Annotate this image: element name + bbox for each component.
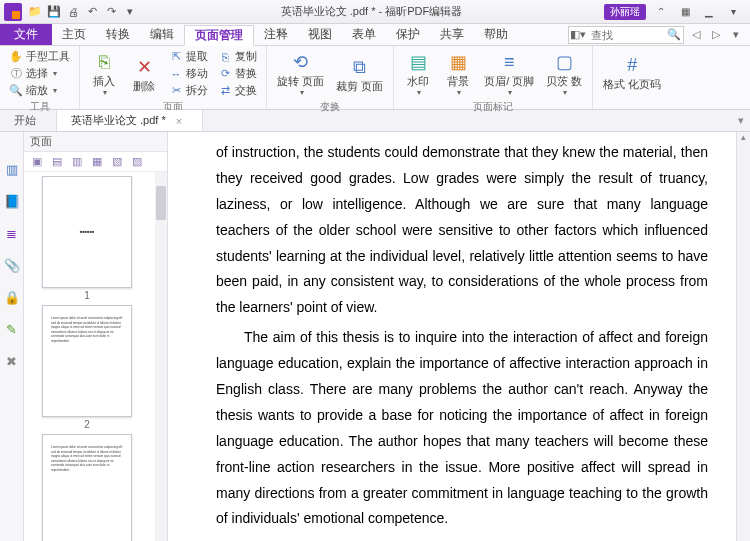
watermark-button[interactable]: ▤水印▾ — [400, 48, 436, 99]
search-box[interactable]: ◧▾ 🔍 — [568, 26, 684, 44]
nav-next-icon[interactable]: ▷ — [708, 28, 724, 41]
zoom-icon: 🔍 — [9, 84, 23, 98]
rotate-page-button[interactable]: ⟲旋转 页面▾ — [273, 48, 328, 99]
tab-view[interactable]: 视图 — [298, 24, 342, 45]
swap-button[interactable]: ⇄交换 — [215, 82, 260, 99]
sidebar-title: 页面 — [24, 132, 167, 152]
app-logo — [4, 3, 22, 21]
move-icon: ↔ — [169, 67, 183, 81]
insert-page-button[interactable]: ⎘插入▾ — [86, 48, 122, 99]
document-paragraph: of instruction, the students could demon… — [216, 140, 708, 321]
zoom-tool-button[interactable]: 🔍缩放▾ — [6, 82, 73, 99]
swap-icon: ⇄ — [218, 84, 232, 98]
watermark-icon: ▤ — [406, 50, 430, 74]
bates-icon: ▢ — [552, 50, 576, 74]
minimize-icon[interactable]: ▁ — [698, 4, 720, 20]
document-paragraph: The aim of this thesis is to inquire int… — [216, 325, 708, 532]
chevron-down-icon: ▾ — [457, 88, 461, 97]
rail-settings-icon[interactable]: ✖ — [3, 352, 21, 370]
close-tab-icon[interactable]: × — [176, 115, 182, 127]
window-title: 英语毕业论文 .pdf * - 福昕PDF编辑器 — [139, 4, 604, 19]
rail-signature-icon[interactable]: ✎ — [3, 320, 21, 338]
user-badge[interactable]: 孙丽瑶 — [604, 4, 646, 20]
search-dropdown-icon[interactable]: ◧▾ — [569, 28, 587, 41]
tab-home[interactable]: 主页 — [52, 24, 96, 45]
insert-icon: ⎘ — [92, 50, 116, 74]
chevron-down-icon: ▾ — [53, 69, 57, 78]
tab-edit[interactable]: 编辑 — [140, 24, 184, 45]
file-menu-button[interactable]: 文件 — [0, 24, 52, 45]
extract-icon: ⇱ — [169, 50, 183, 64]
document-viewport[interactable]: of instruction, the students could demon… — [168, 132, 736, 541]
side-tool-6-icon[interactable]: ▨ — [130, 155, 144, 169]
page-thumbnail-3[interactable]: Lorem ipsum dolor sit amet consectetur a… — [42, 434, 132, 541]
tab-help[interactable]: 帮助 — [474, 24, 518, 45]
qat-dropdown-icon[interactable]: ▾ — [121, 3, 139, 21]
tab-annotate[interactable]: 注释 — [254, 24, 298, 45]
move-button[interactable]: ↔移动 — [166, 65, 211, 82]
copy-button[interactable]: ⎘复制 — [215, 48, 260, 65]
copy-icon: ⎘ — [218, 50, 232, 64]
search-icon[interactable]: 🔍 — [665, 28, 683, 41]
rotate-icon: ⟲ — [289, 50, 313, 74]
background-icon: ▦ — [446, 50, 470, 74]
extract-button[interactable]: ⇱提取 — [166, 48, 211, 65]
chevron-down-icon: ▾ — [417, 88, 421, 97]
doc-tab-start[interactable]: 开始 — [0, 110, 57, 131]
split-button[interactable]: ✂拆分 — [166, 82, 211, 99]
chevron-down-icon: ▾ — [53, 86, 57, 95]
search-input[interactable] — [587, 29, 665, 41]
group-transform-label: 变换 — [273, 99, 387, 115]
chevron-down-icon: ▾ — [103, 88, 107, 97]
replace-button[interactable]: ⟳替换 — [215, 65, 260, 82]
qat-undo-icon[interactable]: ↶ — [83, 3, 101, 21]
doc-tab-current[interactable]: 英语毕业论文 .pdf *× — [57, 110, 203, 131]
tab-share[interactable]: 共享 — [430, 24, 474, 45]
qat-save-icon[interactable]: 💾 — [45, 3, 63, 21]
replace-icon: ⟳ — [218, 67, 232, 81]
header-icon: ≡ — [497, 50, 521, 74]
pagenum-icon: # — [620, 53, 644, 77]
rail-security-icon[interactable]: 🔒 — [3, 288, 21, 306]
tab-convert[interactable]: 转换 — [96, 24, 140, 45]
qat-open-icon[interactable]: 📁 — [26, 3, 44, 21]
side-tool-4-icon[interactable]: ▦ — [90, 155, 104, 169]
nav-prev-icon[interactable]: ◁ — [688, 28, 704, 41]
grid-apps-icon[interactable]: ▦ — [674, 4, 696, 20]
group-pagemark-label: 页面标记 — [400, 99, 586, 115]
delete-icon: ✕ — [132, 55, 156, 79]
hand-tool-button[interactable]: ✋手型工具 — [6, 48, 73, 65]
tab-protect[interactable]: 保护 — [386, 24, 430, 45]
qat-redo-icon[interactable]: ↷ — [102, 3, 120, 21]
rail-layers-icon[interactable]: ≣ — [3, 224, 21, 242]
background-button[interactable]: ▦背景▾ — [440, 48, 476, 99]
bates-button[interactable]: ▢贝茨 数▾ — [542, 48, 586, 99]
format-pagenum-button[interactable]: #格式 化页码 — [599, 48, 665, 96]
side-tool-3-icon[interactable]: ▥ — [70, 155, 84, 169]
side-tool-1-icon[interactable]: ▣ — [30, 155, 44, 169]
help-icon[interactable]: ▾ — [722, 4, 744, 20]
qat-print-icon[interactable]: 🖨 — [64, 3, 82, 21]
tab-form[interactable]: 表单 — [342, 24, 386, 45]
scroll-up-icon[interactable]: ▴ — [737, 132, 750, 146]
select-tool-button[interactable]: Ⓣ选择▾ — [6, 65, 73, 82]
tab-page-manage[interactable]: 页面管理 — [184, 25, 254, 46]
crop-page-button[interactable]: ⧉裁剪 页面 — [332, 48, 387, 99]
page-thumbnail-2[interactable]: Lorem ipsum dolor sit amet consectetur a… — [42, 305, 132, 430]
chevron-down-icon: ▾ — [508, 88, 512, 97]
split-icon: ✂ — [169, 84, 183, 98]
rail-bookmarks-icon[interactable]: ▥ — [3, 160, 21, 178]
delete-page-button[interactable]: ✕删除 — [126, 48, 162, 99]
side-tool-5-icon[interactable]: ▧ — [110, 155, 124, 169]
sidebar-scrollbar[interactable] — [155, 172, 167, 541]
side-tool-2-icon[interactable]: ▤ — [50, 155, 64, 169]
rail-pages-icon[interactable]: 📘 — [3, 192, 21, 210]
nav-more-icon[interactable]: ▾ — [728, 28, 744, 41]
chevron-down-icon: ▾ — [563, 88, 567, 97]
cursor-icon: Ⓣ — [9, 67, 23, 81]
page-thumbnail-1[interactable]: ■■■■■■ 1 — [42, 176, 132, 301]
rail-attachments-icon[interactable]: 📎 — [3, 256, 21, 274]
tabs-overflow-icon[interactable]: ▾ — [732, 110, 750, 131]
ribbon-collapse-icon[interactable]: ⌃ — [650, 4, 672, 20]
header-footer-button[interactable]: ≡页眉/ 页脚▾ — [480, 48, 538, 99]
